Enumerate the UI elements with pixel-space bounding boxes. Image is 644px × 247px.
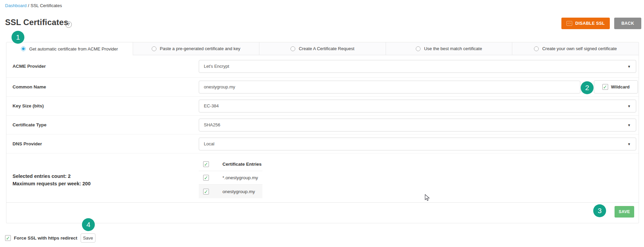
radio-icon[interactable] (534, 46, 539, 51)
entry-checkbox[interactable]: ✓ (203, 175, 209, 181)
tab-best-match[interactable]: Use the best match certificate (386, 42, 513, 55)
ssl-certificates-card: Get automatic certificate from ACME Prov… (6, 42, 639, 223)
dns-provider-label: DNS Provider (6, 141, 199, 146)
certificate-type-label: Certificate Type (6, 122, 199, 127)
save-button[interactable]: SAVE (615, 206, 634, 218)
key-size-label: Key Size (bits) (6, 103, 199, 108)
annotation-circle-1: 1 (12, 31, 24, 44)
acme-provider-row: ACME Provider Let's Encrypt ▼ (6, 55, 639, 78)
common-name-row: Common Name ✓ Wildcard (6, 78, 639, 97)
code-window-icon: </> (566, 21, 572, 26)
force-ssl-checkbox[interactable]: ✓ (5, 235, 11, 241)
dns-provider-select[interactable]: Local (199, 138, 636, 150)
table-row: ✓ *.onestygroup.my (199, 171, 262, 185)
radio-icon[interactable] (416, 46, 421, 51)
breadcrumb-separator: / (28, 3, 29, 8)
disable-ssl-button[interactable]: </> DISABLE SSL (561, 18, 610, 29)
common-name-label: Common Name (6, 84, 199, 89)
certificate-entries-section: Selected entries count: 2 Maximum reques… (6, 153, 639, 202)
radio-selected-icon[interactable] (21, 46, 26, 51)
entry-domain: *.onestygroup.my (222, 175, 258, 180)
help-icon[interactable]: ? (65, 21, 72, 28)
selected-entries-count: Selected entries count: 2 (13, 172, 199, 180)
save-row: SAVE (6, 202, 639, 224)
entries-header-row: ✓ Certificate Entries (199, 158, 262, 171)
max-requests-per-week: Maximum requests per week: 200 (13, 180, 199, 187)
certificate-method-tabs: Get automatic certificate from ACME Prov… (6, 42, 639, 55)
wildcard-option[interactable]: ✓ Wildcard (594, 80, 638, 94)
wildcard-label: Wildcard (611, 84, 630, 89)
force-ssl-save-button[interactable]: Save (81, 233, 95, 243)
certificate-type-select[interactable]: SHA256 (199, 119, 636, 131)
annotation-circle-2: 2 (581, 81, 594, 94)
wildcard-checkbox[interactable]: ✓ (602, 84, 608, 90)
tab-certificate-request[interactable]: Create A Certificate Request (259, 42, 386, 55)
key-size-select[interactable]: EC-384 (199, 100, 636, 112)
certificate-entries-table: ✓ Certificate Entries ✓ *.onestygroup.my… (199, 158, 262, 202)
entry-checkbox[interactable]: ✓ (203, 189, 209, 194)
select-all-checkbox[interactable]: ✓ (203, 161, 209, 167)
disable-ssl-label: DISABLE SSL (575, 21, 605, 26)
breadcrumb: Dashboard/SSL Certificates (5, 3, 62, 8)
mouse-cursor (425, 194, 430, 201)
force-ssl-label: Force SSL with https redirect (14, 235, 77, 241)
certificate-type-row: Certificate Type SHA256 ▼ (6, 116, 639, 135)
tab-paste-certificate[interactable]: Paste a pre-generated certificate and ke… (133, 42, 260, 55)
tab-label: Get automatic certificate from ACME Prov… (29, 46, 118, 52)
force-ssl-option: ✓ Force SSL with https redirect (5, 235, 77, 241)
dns-provider-row: DNS Provider Local ▼ (6, 135, 639, 153)
tab-label: Use the best match certificate (424, 46, 482, 51)
tab-label: Create your own self signed certificate (542, 46, 617, 51)
entries-header-label: Certificate Entries (222, 162, 262, 167)
entry-domain: onestygroup.my (222, 189, 255, 194)
tab-label: Paste a pre-generated certificate and ke… (160, 46, 240, 51)
page-title: SSL Certificates (5, 18, 68, 27)
tab-acme-provider[interactable]: Get automatic certificate from ACME Prov… (6, 42, 133, 55)
table-row: ✓ onestygroup.my (199, 185, 262, 198)
annotation-circle-4: 4 (82, 218, 95, 231)
acme-provider-label: ACME Provider (6, 64, 199, 69)
radio-icon[interactable] (291, 46, 295, 51)
annotation-circle-3: 3 (593, 204, 606, 217)
tab-self-signed[interactable]: Create your own self signed certificate (512, 42, 639, 55)
tab-label: Create A Certificate Request (299, 46, 354, 51)
breadcrumb-current: SSL Certificates (30, 3, 62, 8)
back-button[interactable]: BACK (614, 18, 641, 29)
radio-icon[interactable] (152, 46, 156, 51)
common-name-input[interactable] (199, 81, 580, 94)
breadcrumb-dashboard-link[interactable]: Dashboard (5, 3, 27, 8)
acme-provider-select[interactable]: Let's Encrypt (199, 60, 636, 73)
key-size-row: Key Size (bits) EC-384 ▼ (6, 97, 639, 116)
